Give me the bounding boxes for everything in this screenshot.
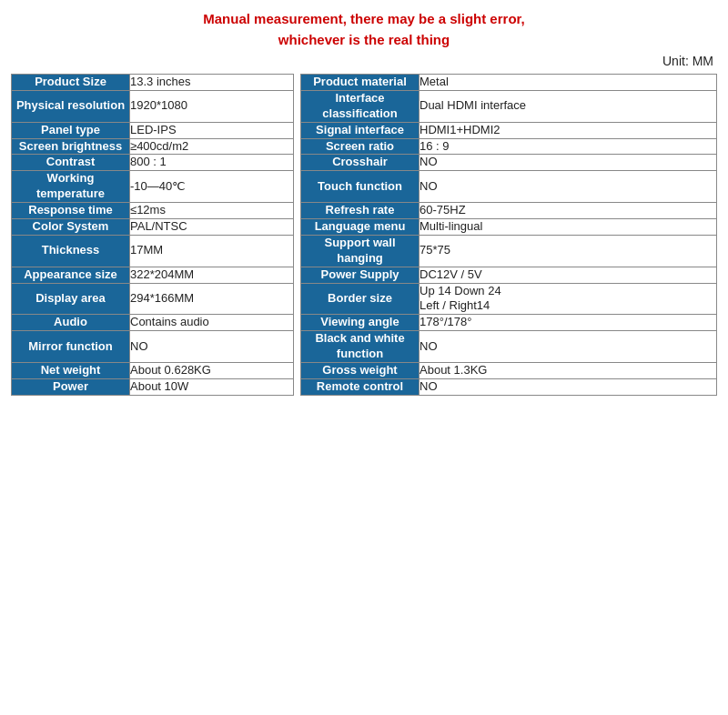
right-value-cell: 178°/178° [420, 315, 717, 331]
right-label-cell: Border size [301, 283, 420, 315]
header-note-line2: whichever is the real thing [278, 32, 450, 47]
left-value-cell: 800 : 1 [130, 155, 294, 171]
left-value-cell: 1920*1080 [130, 90, 294, 122]
table-row: AudioContains audioViewing angle178°/178… [12, 315, 717, 331]
left-value-cell: LED-IPS [130, 122, 294, 138]
table-row: Thickness17MMSupport wall hanging75*75 [12, 235, 717, 267]
right-value-cell: Dual HDMI interface [420, 90, 717, 122]
right-label-cell: Product material [301, 75, 420, 91]
table-row: PowerAbout 10WRemote controlNO [12, 378, 717, 395]
right-label-cell: Power Supply [301, 267, 420, 283]
right-label-cell: Viewing angle [301, 315, 420, 331]
left-label-cell: Display area [12, 283, 130, 315]
right-value-cell: Up 14 Down 24Left / Right14 [420, 283, 717, 315]
right-label-cell: Screen ratio [301, 138, 420, 155]
table-row: Response time≤12msRefresh rate60-75HZ [12, 203, 717, 219]
right-label-cell: Interface classification [301, 90, 420, 122]
right-label-cell: Touch function [301, 171, 420, 203]
right-value-cell: Multi-lingual [420, 219, 717, 236]
table-row: Product Size13.3 inchesProduct materialM… [12, 75, 717, 91]
right-label-cell: Signal interface [301, 122, 420, 138]
left-value-cell: NO [130, 331, 294, 363]
spec-table: Product Size13.3 inchesProduct materialM… [11, 74, 717, 396]
table-row: Working temperature-10—40℃Touch function… [12, 171, 717, 203]
left-value-cell: 322*204MM [130, 267, 294, 283]
left-label-cell: Product Size [12, 75, 130, 91]
table-row: Screen brightness≥400cd/m2Screen ratio16… [12, 138, 717, 155]
table-row: Panel typeLED-IPSSignal interfaceHDMI1+H… [12, 122, 717, 138]
left-label-cell: Response time [12, 203, 130, 219]
header: Manual measurement, there may be a sligh… [11, 9, 717, 68]
left-value-cell: -10—40℃ [130, 171, 294, 203]
left-value-cell: 17MM [130, 235, 294, 267]
left-label-cell: Physical resolution [12, 90, 130, 122]
right-value-cell: Metal [420, 75, 717, 91]
right-value-cell: NO [420, 155, 717, 171]
right-label-cell: Language menu [301, 219, 420, 236]
right-value-cell: NO [420, 378, 717, 395]
left-label-cell: Audio [12, 315, 130, 331]
left-value-cell: ≥400cd/m2 [130, 138, 294, 155]
right-label-cell: Refresh rate [301, 203, 420, 219]
right-value-cell: 16 : 9 [420, 138, 717, 155]
left-label-cell: Panel type [12, 122, 130, 138]
table-row: Display area294*166MMBorder sizeUp 14 Do… [12, 283, 717, 315]
right-value-cell: DC12V / 5V [420, 267, 717, 283]
left-label-cell: Net weight [12, 363, 130, 379]
left-label-cell: Appearance size [12, 267, 130, 283]
header-note-line1: Manual measurement, there may be a sligh… [203, 11, 524, 26]
left-value-cell: About 10W [130, 378, 294, 395]
left-label-cell: Screen brightness [12, 138, 130, 155]
right-label-cell: Remote control [301, 378, 420, 395]
table-row: Net weightAbout 0.628KGGross weightAbout… [12, 363, 717, 379]
table-row: Color SystemPAL/NTSCLanguage menuMulti-l… [12, 219, 717, 236]
table-row: Contrast800 : 1CrosshairNO [12, 155, 717, 171]
table-row: Physical resolution1920*1080Interface cl… [12, 90, 717, 122]
right-label-cell: Support wall hanging [301, 235, 420, 267]
left-value-cell: 294*166MM [130, 283, 294, 315]
left-label-cell: Mirror function [12, 331, 130, 363]
left-value-cell: PAL/NTSC [130, 219, 294, 236]
right-label-cell: Gross weight [301, 363, 420, 379]
left-label-cell: Working temperature [12, 171, 130, 203]
right-value-cell: 75*75 [420, 235, 717, 267]
left-label-cell: Color System [12, 219, 130, 236]
left-label-cell: Power [12, 378, 130, 395]
left-value-cell: ≤12ms [130, 203, 294, 219]
right-value-cell: HDMI1+HDMI2 [420, 122, 717, 138]
left-value-cell: 13.3 inches [130, 75, 294, 91]
left-value-cell: Contains audio [130, 315, 294, 331]
right-label-cell: Crosshair [301, 155, 420, 171]
left-label-cell: Thickness [12, 235, 130, 267]
unit-label: Unit: MM [662, 54, 713, 68]
right-value-cell: NO [420, 331, 717, 363]
table-row: Appearance size322*204MMPower SupplyDC12… [12, 267, 717, 283]
right-value-cell: About 1.3KG [420, 363, 717, 379]
right-value-cell: NO [420, 171, 717, 203]
right-value-cell: 60-75HZ [420, 203, 717, 219]
right-label-cell: Black and white function [301, 331, 420, 363]
left-label-cell: Contrast [12, 155, 130, 171]
table-row: Mirror functionNOBlack and white functio… [12, 331, 717, 363]
left-value-cell: About 0.628KG [130, 363, 294, 379]
